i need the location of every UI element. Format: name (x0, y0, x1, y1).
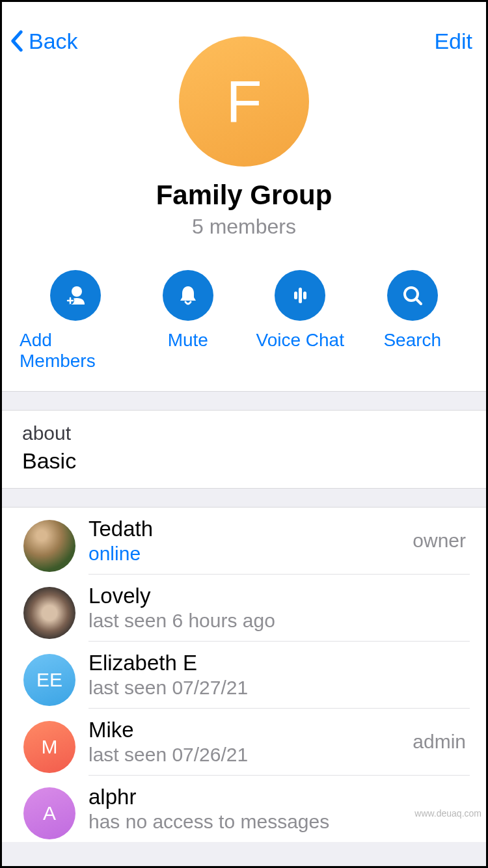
section-separator (0, 488, 488, 508)
member-name: Tedath (88, 517, 153, 541)
member-name: Mike (88, 718, 248, 742)
member-status: online (88, 543, 153, 565)
member-row[interactable]: M Mike last seen 07/26/21 admin (0, 709, 488, 776)
member-avatar: M (23, 721, 75, 773)
section-separator (0, 391, 488, 411)
member-status: has no access to messages (88, 811, 329, 833)
member-status: last seen 07/26/21 (88, 744, 248, 766)
about-section[interactable]: about Basic (0, 411, 488, 488)
edit-label: Edit (434, 29, 472, 53)
member-name: Elizabeth E (88, 651, 248, 675)
svg-rect-3 (299, 288, 302, 303)
member-status: last seen 6 hours ago (88, 610, 275, 632)
add-members-label: Add Members (20, 330, 132, 372)
mute-label: Mute (168, 330, 208, 351)
group-avatar[interactable]: F (179, 36, 309, 167)
svg-line-6 (416, 299, 421, 304)
group-avatar-initial: F (226, 68, 262, 135)
actions-row: Add Members Mute Voice Chat (0, 239, 488, 372)
about-value: Basic (22, 448, 466, 474)
edit-button[interactable]: Edit (434, 29, 472, 54)
about-label: about (22, 422, 466, 444)
search-button[interactable]: Search (357, 270, 469, 372)
group-title: Family Group (0, 180, 488, 211)
voice-chat-button[interactable]: Voice Chat (244, 270, 357, 372)
search-label: Search (383, 330, 441, 351)
voice-chat-label: Voice Chat (256, 330, 344, 351)
svg-point-0 (72, 286, 82, 297)
member-avatar (23, 587, 75, 639)
add-members-icon (50, 270, 101, 321)
member-role: admin (413, 731, 466, 753)
search-icon (387, 270, 438, 321)
members-list: Tedath online owner Lovely last seen 6 h… (0, 508, 488, 842)
member-status: last seen 07/27/21 (88, 677, 248, 699)
member-avatar (23, 520, 75, 572)
svg-rect-4 (303, 292, 306, 299)
member-name: Lovely (88, 584, 275, 608)
svg-rect-2 (294, 292, 297, 299)
bell-icon (163, 270, 213, 321)
member-avatar: EE (23, 654, 75, 706)
group-subtitle: 5 members (0, 215, 488, 239)
add-members-button[interactable]: Add Members (20, 270, 132, 372)
voice-chat-icon (275, 270, 325, 321)
member-row[interactable]: Lovely last seen 6 hours ago (0, 575, 488, 642)
member-role: owner (413, 530, 466, 552)
watermark: www.deuaq.com (414, 808, 481, 819)
back-button[interactable]: Back (10, 29, 78, 54)
mute-button[interactable]: Mute (132, 270, 245, 372)
back-label: Back (29, 29, 78, 54)
member-name: alphr (88, 785, 329, 809)
member-row[interactable]: Tedath online owner (0, 508, 488, 575)
member-row[interactable]: EE Elizabeth E last seen 07/27/21 (0, 642, 488, 709)
member-avatar: A (23, 787, 75, 839)
chevron-left-icon (10, 30, 23, 52)
